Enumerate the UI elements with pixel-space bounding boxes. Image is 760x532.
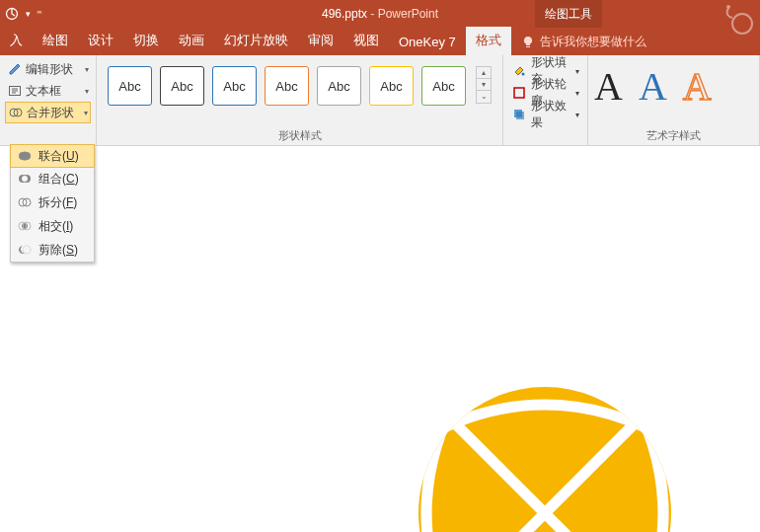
menu-item-label: 联合(U) [38, 148, 79, 165]
edit-shape-button[interactable]: 编辑形状 ▾ [5, 58, 91, 80]
tab-draw[interactable]: 绘图 [33, 27, 78, 55]
merge-union-item[interactable]: 联合(U) [10, 144, 95, 168]
shape-style-preset[interactable]: Abc [108, 66, 152, 106]
wordart-gallery: A A A [594, 63, 753, 110]
menu-item-label: 拆分(F) [38, 194, 77, 211]
merge-combine-item[interactable]: 组合(C) [11, 167, 94, 190]
document-filename: 496.pptx [322, 7, 367, 21]
text-box-icon [7, 83, 23, 99]
chevron-down-icon: ▾ [84, 109, 88, 117]
title-bar: ▾ ⁼ 496.pptx - PowerPoint 绘图工具 [0, 0, 760, 28]
shape-styles-group-label: 形状样式 [102, 126, 497, 143]
intersect-icon [17, 218, 33, 234]
text-box-label: 文本框 [26, 83, 61, 100]
shape-style-preset[interactable]: Abc [369, 66, 414, 106]
window-title: 496.pptx - PowerPoint [322, 7, 438, 21]
effects-icon [511, 107, 527, 122]
wordart-group-label: 艺术字样式 [594, 126, 753, 143]
shape-format-group: 形状填充▾ 形状轮廓▾ 形状效果▾ [503, 55, 588, 145]
bulb-icon [521, 36, 535, 49]
slide-canvas[interactable] [12, 148, 760, 532]
chevron-down-icon: ▾ [85, 87, 89, 96]
tab-view[interactable]: 视图 [343, 27, 389, 55]
tell-me-search[interactable]: 告诉我你想要做什么 [511, 29, 656, 55]
wordart-preset[interactable]: A [639, 63, 667, 110]
fill-icon [511, 63, 527, 79]
tab-slideshow[interactable]: 幻灯片放映 [214, 27, 298, 55]
outline-icon [511, 85, 527, 101]
qat-separator: ⁼ [37, 8, 42, 21]
shape-style-preset[interactable]: Abc [317, 66, 361, 106]
wordart-styles-group: A A A 艺术字样式 [588, 55, 760, 145]
ribbon-tabs: 入 绘图 设计 切换 动画 幻灯片放映 审阅 视图 OneKey 7 格式 告诉… [0, 28, 760, 55]
globe-shape[interactable] [417, 385, 673, 532]
chevron-down-icon: ▾ [85, 65, 89, 74]
edit-shape-icon [7, 61, 23, 77]
merge-shapes-button[interactable]: 合并形状 ▾ [5, 102, 91, 123]
quick-access-toolbar: ▾ ⁼ [0, 6, 42, 22]
merge-shapes-icon [8, 105, 24, 120]
gallery-up-icon[interactable]: ▴ [477, 67, 491, 79]
gallery-down-icon[interactable]: ▾ [477, 79, 491, 91]
chevron-down-icon: ▾ [575, 89, 579, 98]
svg-rect-7 [514, 88, 524, 98]
tab-design[interactable]: 设计 [78, 27, 123, 55]
chevron-down-icon: ▾ [575, 67, 579, 76]
svg-point-1 [732, 14, 752, 34]
tell-me-placeholder: 告诉我你想要做什么 [540, 34, 646, 50]
shape-style-preset[interactable]: Abc [160, 66, 204, 106]
merge-shapes-label: 合并形状 [27, 105, 74, 121]
tab-review[interactable]: 审阅 [298, 27, 343, 55]
shape-effects-label: 形状效果 [531, 98, 570, 131]
shape-style-gallery: Abc Abc Abc Abc Abc Abc Abc ▴ ▾ ⌄ [102, 58, 497, 106]
shape-style-preset[interactable]: Abc [265, 66, 309, 106]
svg-point-16 [23, 246, 31, 254]
wordart-preset[interactable]: A [594, 63, 623, 110]
svg-point-2 [726, 5, 730, 9]
gallery-more-icon[interactable]: ⌄ [477, 91, 491, 103]
ribbon: 编辑形状 ▾ 文本框 ▾ 合并形状 ▾ Abc Abc Abc Abc Abc … [0, 55, 760, 146]
shape-effects-button[interactable]: 形状效果▾ [511, 104, 579, 125]
chevron-down-icon: ▾ [575, 111, 579, 119]
fragment-icon [17, 194, 33, 210]
corner-watermark-icon [722, 4, 756, 38]
edit-shape-label: 编辑形状 [26, 61, 73, 78]
shape-style-preset[interactable]: Abc [421, 66, 466, 106]
qat-dropdown-icon[interactable]: ▾ [26, 9, 31, 19]
menu-item-label: 组合(C) [38, 171, 79, 188]
touch-mode-icon[interactable] [4, 6, 20, 22]
subtract-icon [17, 242, 33, 258]
merge-intersect-item[interactable]: 相交(I) [11, 214, 94, 238]
tab-animations[interactable]: 动画 [169, 27, 214, 55]
app-name-sep: - [367, 7, 378, 21]
wordart-preset[interactable]: A [683, 63, 712, 110]
combine-icon [17, 171, 33, 187]
union-icon [17, 148, 33, 164]
menu-item-label: 相交(I) [38, 218, 73, 235]
tab-format[interactable]: 格式 [466, 27, 511, 55]
insert-shapes-group: 编辑形状 ▾ 文本框 ▾ 合并形状 ▾ [0, 55, 97, 145]
app-name: PowerPoint [378, 7, 438, 21]
contextual-tab-header: 绘图工具 [535, 0, 602, 28]
tab-transitions[interactable]: 切换 [123, 27, 169, 55]
shape-styles-group: Abc Abc Abc Abc Abc Abc Abc ▴ ▾ ⌄ 形状样式 [97, 55, 503, 145]
merge-fragment-item[interactable]: 拆分(F) [11, 190, 94, 214]
merge-shapes-menu: 联合(U) 组合(C) 拆分(F) 相交(I) 剪除(S) [10, 144, 95, 263]
menu-item-label: 剪除(S) [38, 242, 78, 259]
merge-subtract-item[interactable]: 剪除(S) [11, 238, 94, 262]
gallery-scroll-controls: ▴ ▾ ⌄ [476, 66, 492, 104]
text-box-button[interactable]: 文本框 ▾ [5, 80, 91, 102]
shape-style-preset[interactable]: Abc [212, 66, 257, 106]
svg-point-6 [522, 73, 525, 76]
svg-rect-9 [516, 112, 524, 119]
tab-onekey[interactable]: OneKey 7 [389, 30, 466, 55]
tab-insert-partial[interactable]: 入 [0, 27, 33, 55]
